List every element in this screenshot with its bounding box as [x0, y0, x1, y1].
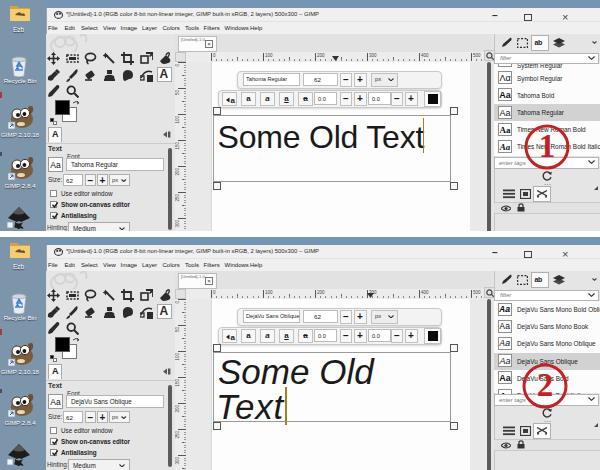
- svg-text:a: a: [231, 96, 236, 105]
- svg-text:a: a: [231, 333, 236, 342]
